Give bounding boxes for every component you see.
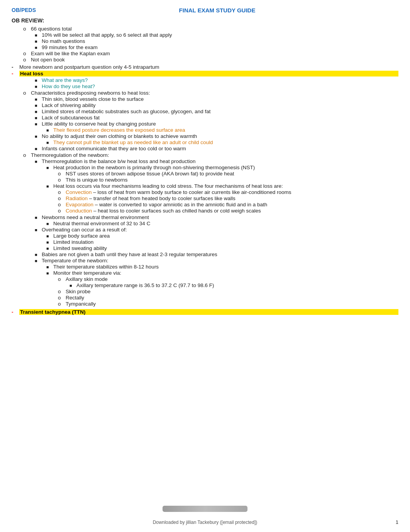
list-item: ■ No ability to adjust their own clothin… xyxy=(35,133,398,139)
list-item: ■ How do they use heat? xyxy=(35,83,398,89)
list-item: ■ Temperature of the newborn: xyxy=(35,258,398,263)
list-item: ■ Their flexed posture decreases the exp… xyxy=(46,127,398,133)
list-item: ■ Thin skin, blood vessels close to the … xyxy=(35,96,398,102)
list-item: ■ No math questions xyxy=(35,38,398,44)
list-item: o Convection – loss of heat from warm bo… xyxy=(58,189,398,195)
list-item: o NST uses stores of brown adipose tissu… xyxy=(58,171,398,177)
list-item: ■ Limited stores of metabolic substrates… xyxy=(35,109,398,114)
list-item: ■ What are the ways? xyxy=(35,77,398,83)
page-header: OB/PEDS FINAL EXAM STUDY GUIDE xyxy=(12,7,398,14)
list-item: ■ Limited sweating ability xyxy=(46,245,398,251)
list-item: o Characteristics predisposing newborns … xyxy=(23,90,398,96)
list-item: o Radiation – transfer of heat from heat… xyxy=(58,195,398,201)
page-number: 1 xyxy=(396,519,398,525)
list-item: o Exam will be like the Kaplan exam xyxy=(23,51,398,56)
list-item: ■ Lack of subcutaneous fat xyxy=(35,115,398,121)
list-item: o Conduction – heat loss to cooler surfa… xyxy=(58,208,398,214)
ttn-item: - Transient tachypnea (TTN) xyxy=(12,309,398,315)
heat-loss-item: - Heat loss xyxy=(12,71,398,76)
list-item: ■ Their temperature stabilizes within 8-… xyxy=(46,264,398,270)
list-item: ■ 10% will be select all that apply, so … xyxy=(35,32,398,38)
list-item: ■ Infants cannot communicate that they a… xyxy=(35,146,398,151)
list-item: ■ They cannot pull the blanket up as nee… xyxy=(46,139,398,145)
list-item: ■ Lack of shivering ability xyxy=(35,102,398,108)
list-item: o This is unique to newborns xyxy=(58,177,398,183)
list-item: o Thermoregulation of the newborn: xyxy=(23,152,398,158)
list-item: ■ Large body surface area xyxy=(46,233,398,239)
list-item: o Axillary skin mode xyxy=(58,276,398,282)
list-item: o Skin probe xyxy=(58,289,398,294)
list-item: o Not open book xyxy=(23,57,398,63)
list-item: ■ Monitor their temperature via: xyxy=(46,270,398,276)
course-label: OB/PEDS xyxy=(12,7,36,14)
ob-review-title: OB REVIEW: xyxy=(12,17,398,24)
guide-title: FINAL EXAM STUDY GUIDE xyxy=(36,7,398,14)
list-item: ■ 99 minutes for the exam xyxy=(35,44,398,50)
list-item: o Rectally xyxy=(58,295,398,301)
main-content: o 66 questions total ■ 10% will be selec… xyxy=(12,26,398,315)
list-item: - More newborn and postpartum question o… xyxy=(12,64,398,70)
list-item: ■ Newborns need a neutral thermal enviro… xyxy=(35,214,398,220)
list-item: ■ Babies are not given a bath until they… xyxy=(35,252,398,257)
list-item: ■ Limited insulation xyxy=(46,239,398,245)
footer-text: Downloaded by jillian Tackebury ([email … xyxy=(0,520,410,525)
list-item: ■ Overheating can occur as a result of: xyxy=(35,227,398,233)
blurred-bar xyxy=(163,506,247,512)
list-item: ■ Neutral thermal environment of 32 to 3… xyxy=(46,221,398,226)
list-item: ■ Little ability to conserve heat by cha… xyxy=(35,121,398,127)
list-item: ■ Heat loss occurs via four mechanisms l… xyxy=(46,183,398,189)
list-item: o 66 questions total xyxy=(23,26,398,32)
list-item: ■ Heat production in the newborn is prim… xyxy=(46,165,398,170)
list-item: ■ Thermoregulation is the balance b/w he… xyxy=(35,158,398,164)
list-item: ■ Axillary temperature range is 36.5 to … xyxy=(69,282,398,288)
list-item: o Tympanically xyxy=(58,301,398,307)
list-item: o Evaporation – water is converted to va… xyxy=(58,202,398,207)
